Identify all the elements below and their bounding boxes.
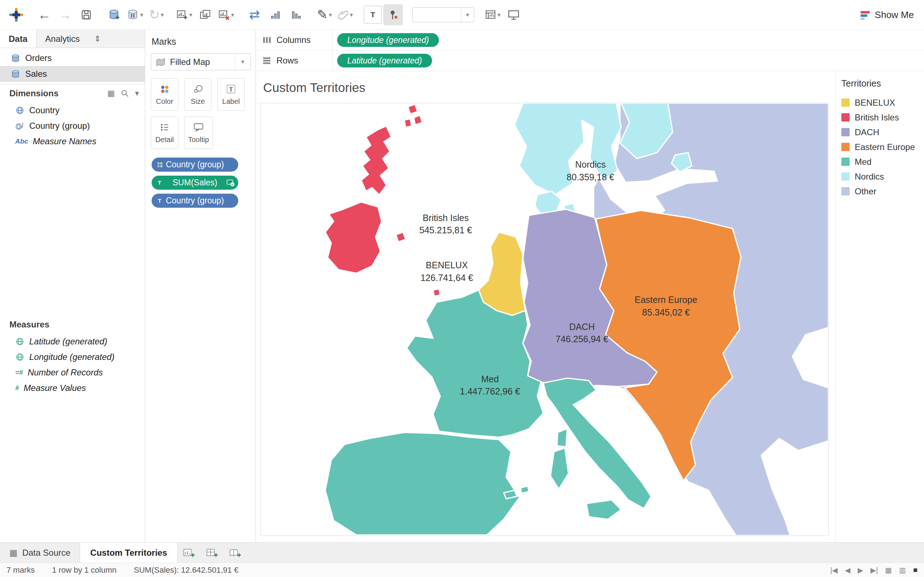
- dimensions-menu-chevron-icon[interactable]: ▾: [135, 89, 139, 98]
- pill-color-country-group[interactable]: Country (group): [152, 158, 238, 172]
- territory-british-man[interactable]: [396, 232, 406, 242]
- view-grid-icon[interactable]: ▦: [885, 566, 892, 574]
- view-filled-icon[interactable]: ■: [913, 566, 918, 574]
- tab-analytics[interactable]: Analytics: [36, 30, 89, 48]
- sheet-title[interactable]: Custom Territories: [260, 71, 835, 103]
- territory-med-sardinia[interactable]: [551, 448, 569, 489]
- show-mark-labels-button[interactable]: T: [364, 6, 382, 24]
- pane-tabs: Data Analytics ⇕: [0, 30, 145, 48]
- field-label: Measure Names: [33, 136, 96, 147]
- mark-label-dach[interactable]: DACH 746.256,94 €: [556, 320, 608, 345]
- show-me-button[interactable]: Show Me: [856, 10, 918, 21]
- new-dashboard-tab-button[interactable]: [201, 543, 224, 562]
- show-hide-cards-button[interactable]: ▾: [483, 4, 502, 25]
- field-country[interactable]: Country: [0, 102, 145, 118]
- pill-latitude-generated[interactable]: Latitude (generated): [337, 54, 432, 68]
- sort-ascending-button[interactable]: [266, 4, 285, 25]
- territory-med-sicily[interactable]: [586, 500, 621, 519]
- presentation-mode-button[interactable]: [504, 4, 523, 25]
- tab-data-source[interactable]: ▦ Data Source: [0, 543, 80, 562]
- highlight-button[interactable]: ✎ ▾: [315, 4, 334, 25]
- size-button[interactable]: Size: [184, 78, 212, 111]
- field-measure-names[interactable]: Abc Measure Names: [0, 134, 145, 149]
- territory-british-shetland-1[interactable]: [408, 104, 418, 114]
- color-button[interactable]: Color: [151, 78, 178, 111]
- tooltip-button[interactable]: Tooltip: [184, 116, 213, 149]
- nav-last-icon[interactable]: ▶|: [871, 566, 878, 574]
- field-measure-values[interactable]: # Measure Values: [0, 380, 145, 396]
- legend-label: Nordics: [855, 172, 884, 182]
- mark-label-benelux[interactable]: BENELUX 126.741,64 €: [420, 259, 473, 284]
- field-longitude[interactable]: Longitude (generated): [0, 349, 145, 364]
- fit-selector[interactable]: ▾: [412, 7, 474, 23]
- data-source-orders[interactable]: Orders: [0, 50, 145, 66]
- detail-button[interactable]: Detail: [151, 116, 178, 149]
- new-worksheet-button[interactable]: ▾: [175, 4, 194, 25]
- new-story-tab-button[interactable]: [224, 543, 247, 562]
- swap-axes-button[interactable]: ⇄: [245, 4, 264, 25]
- legend-item-eastern-europe[interactable]: Eastern Europe: [842, 140, 924, 154]
- pill-label-sum-sales[interactable]: T SUM(Sales): [152, 176, 238, 190]
- nav-first-icon[interactable]: |◀: [830, 566, 838, 574]
- territory-med-corsica[interactable]: [557, 429, 567, 447]
- search-icon[interactable]: [121, 89, 129, 98]
- map-view[interactable]: Nordics 80.359,18 € British Isles 545.21…: [260, 103, 829, 536]
- territory-med-france[interactable]: [407, 290, 543, 437]
- nav-prev-icon[interactable]: ◀: [845, 566, 850, 574]
- legend-item-nordics[interactable]: Nordics: [842, 169, 924, 184]
- clear-sheet-button[interactable]: ▾: [216, 4, 236, 25]
- mark-label-british-isles[interactable]: British Isles 545.215,81 €: [419, 211, 472, 236]
- group-members-button[interactable]: ▾: [336, 4, 355, 25]
- redo-button[interactable]: →: [56, 4, 75, 25]
- mark-label-nordics[interactable]: Nordics 80.359,18 €: [567, 158, 614, 183]
- label-button[interactable]: T Label: [217, 78, 245, 111]
- fix-map-button[interactable]: [383, 4, 403, 25]
- pill-label-country-group[interactable]: T Country (group): [152, 193, 238, 208]
- rows-shelf[interactable]: Rows Latitude (generated): [256, 50, 924, 71]
- legend-title: Territories: [842, 78, 924, 89]
- run-updates-button[interactable]: ↻ ▾: [147, 4, 166, 25]
- territory-british-shetland-2[interactable]: [414, 115, 422, 125]
- save-button[interactable]: [76, 4, 96, 25]
- mark-type-dropdown[interactable]: Filled Map ▾: [151, 53, 250, 70]
- pill-longitude-generated[interactable]: Longitude (generated): [337, 33, 439, 47]
- color-legend[interactable]: Territories BENELUX British Isles DACH: [835, 71, 924, 542]
- territory-med-balearic-2[interactable]: [520, 486, 529, 493]
- legend-item-british-isles[interactable]: British Isles: [842, 110, 924, 125]
- new-worksheet-tab-button[interactable]: [178, 543, 201, 562]
- legend-item-dach[interactable]: DACH: [842, 125, 924, 140]
- mark-label-med[interactable]: Med 1.447.762,96 €: [460, 372, 520, 397]
- nav-next-icon[interactable]: ▶: [858, 566, 863, 574]
- rows-pill-area[interactable]: Latitude (generated): [333, 50, 924, 71]
- territory-british-shetland-3[interactable]: [404, 119, 412, 127]
- view-film-icon[interactable]: ▥: [899, 566, 906, 574]
- tab-custom-territories[interactable]: Custom Territories: [80, 543, 178, 562]
- legend-item-med[interactable]: Med: [842, 154, 924, 169]
- new-worksheet-icon: [176, 9, 188, 21]
- columns-shelf[interactable]: Columns Longitude (generated): [256, 30, 924, 50]
- sort-descending-button[interactable]: [287, 4, 306, 25]
- pane-swap-icon[interactable]: ⇕: [89, 30, 107, 48]
- data-source-sales[interactable]: Sales: [0, 66, 145, 82]
- columns-pill-area[interactable]: Longitude (generated): [333, 30, 924, 50]
- territory-value: 746.256,94 €: [556, 333, 608, 345]
- tab-data[interactable]: Data: [0, 30, 36, 48]
- territory-med-iberia[interactable]: [325, 432, 519, 535]
- view-data-icon[interactable]: ▦: [107, 89, 115, 98]
- territory-british-ireland[interactable]: [325, 202, 381, 273]
- legend-item-other[interactable]: Other: [842, 184, 924, 199]
- territory-british-channel[interactable]: [433, 289, 440, 296]
- pause-updates-button[interactable]: ▾: [126, 4, 145, 25]
- mark-label-eastern-europe[interactable]: Eastern Europe 85.345,02 €: [635, 293, 697, 318]
- field-number-of-records[interactable]: =# Number of Records: [0, 364, 145, 380]
- duplicate-sheet-button[interactable]: [195, 4, 215, 25]
- field-latitude[interactable]: Latitude (generated): [0, 334, 145, 349]
- tableau-logo-button[interactable]: [6, 4, 26, 25]
- field-country-group[interactable]: Country (group): [0, 118, 145, 134]
- legend-item-benelux[interactable]: BENELUX: [842, 95, 924, 110]
- territory-name: Nordics: [567, 158, 614, 171]
- undo-button[interactable]: ←: [35, 4, 54, 25]
- label-check-badge-icon[interactable]: [226, 179, 235, 187]
- new-datasource-button[interactable]: [105, 4, 124, 25]
- territory-british-scotland[interactable]: [361, 126, 391, 195]
